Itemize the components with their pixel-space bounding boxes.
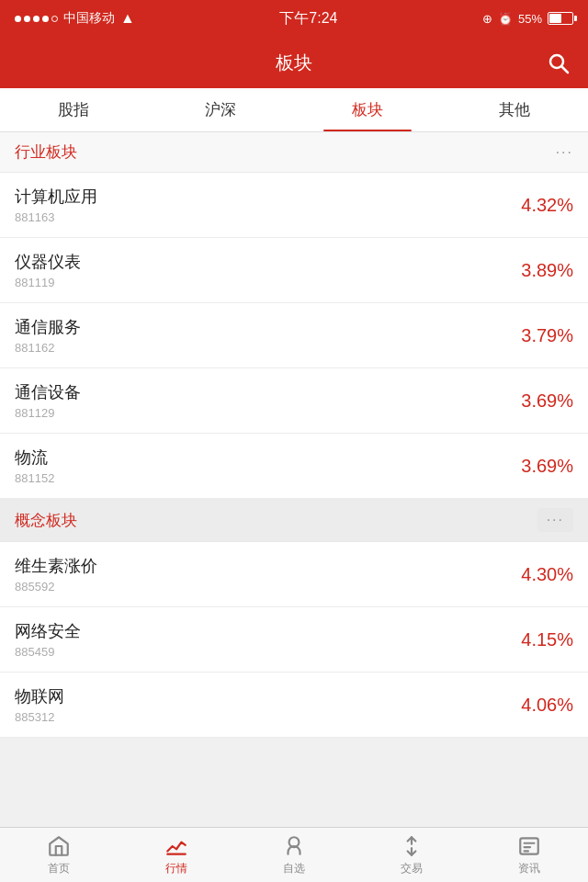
concept-section-header: 概念板块 ···	[0, 499, 588, 542]
dot-1	[15, 16, 21, 22]
watchlist-icon	[282, 833, 306, 858]
tab-qita[interactable]: 其他	[441, 88, 588, 131]
news-label: 资讯	[518, 861, 540, 876]
bottom-tab-home[interactable]: 首页	[0, 828, 118, 882]
bottom-tab-watchlist[interactable]: 自选	[235, 828, 353, 882]
concept-section-title: 概念板块	[15, 510, 77, 531]
home-label: 首页	[48, 861, 70, 876]
item-name: 计算机应用	[15, 186, 97, 208]
signal-dots	[15, 16, 58, 22]
lock-icon: ⊕	[482, 12, 492, 26]
item-left: 通信服务 881162	[15, 316, 81, 355]
item-code: 885312	[15, 710, 64, 724]
dot-4	[42, 16, 49, 22]
industry-section-header: 行业板块 ···	[0, 132, 588, 173]
item-code: 885592	[15, 580, 97, 594]
item-code: 885459	[15, 645, 81, 659]
battery-percent: 55%	[518, 12, 542, 26]
alarm-icon: ⏰	[498, 12, 513, 26]
dot-5	[51, 16, 58, 22]
tab-hushen[interactable]: 沪深	[147, 88, 294, 131]
list-item[interactable]: 通信设备 881129 3.69%	[0, 368, 588, 434]
item-value: 3.89%	[521, 260, 573, 281]
item-code: 881129	[15, 406, 81, 420]
item-name: 仪器仪表	[15, 251, 81, 273]
battery-icon	[548, 12, 573, 25]
bottom-tab-bar: 首页 行情 自选 交易	[0, 827, 588, 882]
wifi-icon: ▲	[120, 10, 135, 27]
industry-more-button[interactable]: ···	[556, 144, 573, 161]
item-value: 4.30%	[521, 564, 573, 585]
bottom-tab-market[interactable]: 行情	[118, 828, 235, 882]
bottom-tab-trade[interactable]: 交易	[353, 828, 470, 882]
item-left: 物流 881152	[15, 447, 54, 485]
market-label: 行情	[165, 861, 187, 876]
watchlist-label: 自选	[283, 861, 305, 876]
tab-bankuai[interactable]: 板块	[294, 88, 441, 131]
item-value: 4.32%	[521, 195, 573, 216]
trade-icon	[400, 833, 424, 858]
item-left: 物联网 885312	[15, 685, 64, 724]
item-value: 4.06%	[521, 695, 573, 716]
item-code: 881163	[15, 210, 97, 224]
list-item[interactable]: 网络安全 885459 4.15%	[0, 607, 588, 673]
dot-3	[33, 16, 40, 22]
item-name: 维生素涨价	[15, 555, 97, 577]
list-item[interactable]: 计算机应用 881163 4.32%	[0, 173, 588, 238]
item-left: 仪器仪表 881119	[15, 251, 81, 289]
item-name: 网络安全	[15, 620, 81, 642]
item-code: 881119	[15, 276, 81, 289]
item-left: 维生素涨价 885592	[15, 555, 97, 594]
item-left: 通信设备 881129	[15, 381, 81, 420]
main-content: 行业板块 ··· 计算机应用 881163 4.32% 仪器仪表 881119 …	[0, 132, 588, 827]
item-name: 物联网	[15, 685, 64, 707]
item-name: 通信设备	[15, 381, 81, 403]
item-left: 计算机应用 881163	[15, 186, 97, 224]
bottom-tab-news[interactable]: 资讯	[470, 828, 588, 882]
home-icon	[47, 833, 71, 858]
item-value: 4.15%	[521, 629, 573, 650]
list-item[interactable]: 仪器仪表 881119 3.89%	[0, 238, 588, 303]
list-item[interactable]: 维生素涨价 885592 4.30%	[0, 542, 588, 607]
item-name: 通信服务	[15, 316, 81, 338]
search-icon[interactable]	[548, 51, 570, 74]
status-right: ⊕ ⏰ 55%	[482, 12, 573, 26]
nav-title: 板块	[276, 51, 312, 75]
item-code: 881162	[15, 341, 81, 355]
status-left: 中国移动 ▲	[15, 10, 135, 27]
list-item[interactable]: 物流 881152 3.69%	[0, 434, 588, 499]
concept-more-button[interactable]: ···	[537, 508, 573, 532]
svg-line-1	[562, 67, 569, 74]
news-icon	[517, 833, 541, 858]
tab-bar: 股指 沪深 板块 其他	[0, 88, 588, 132]
item-left: 网络安全 885459	[15, 620, 81, 659]
item-value: 3.69%	[521, 390, 573, 412]
nav-bar: 板块	[0, 37, 588, 88]
item-code: 881152	[15, 471, 54, 485]
dot-2	[24, 16, 30, 22]
status-bar: 中国移动 ▲ 下午7:24 ⊕ ⏰ 55%	[0, 0, 588, 37]
carrier-name: 中国移动	[63, 10, 115, 27]
list-item[interactable]: 物联网 885312 4.06%	[0, 673, 588, 738]
item-value: 3.79%	[521, 325, 573, 346]
list-item[interactable]: 通信服务 881162 3.79%	[0, 303, 588, 368]
industry-section-title: 行业板块	[15, 141, 77, 163]
tab-guji[interactable]: 股指	[0, 88, 147, 131]
time-display: 下午7:24	[279, 9, 337, 28]
market-icon	[164, 833, 188, 858]
item-name: 物流	[15, 447, 54, 469]
item-value: 3.69%	[521, 456, 573, 477]
battery-fill	[549, 14, 561, 23]
trade-label: 交易	[401, 861, 423, 876]
